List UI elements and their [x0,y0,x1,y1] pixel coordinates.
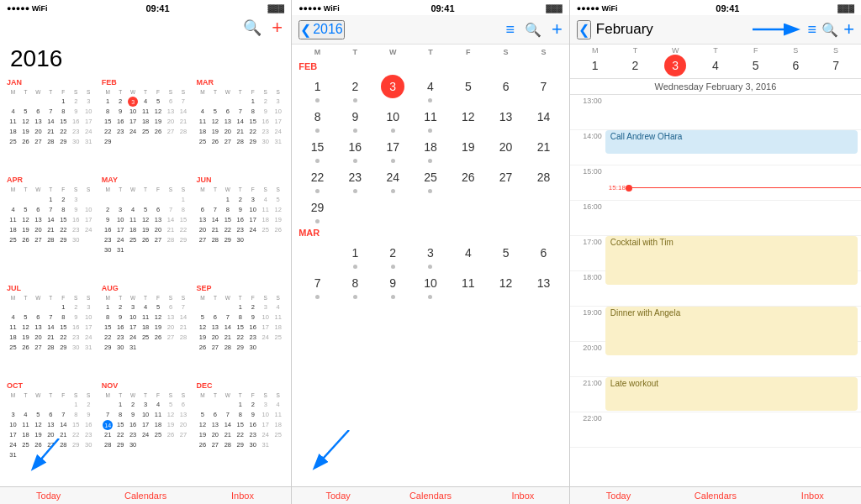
day-cell[interactable]: 7 [298,270,336,300]
day-cell[interactable]: 6 [487,73,525,103]
day-cell[interactable]: 9 [336,103,374,134]
day-cell[interactable]: 4 [449,239,487,270]
month-block-sep[interactable]: SEPMTWTFSS123456789101112131415161718192… [193,281,288,379]
day-cell[interactable] [525,194,563,224]
timeline[interactable]: 13:0014:00Call Andrew OHara15:0015:1816:… [570,95,861,486]
day-cell[interactable]: 5 [449,73,487,103]
back-year-button[interactable]: ❮ 2016 [298,20,345,39]
tab-calendars-2[interactable]: Calendars [384,491,477,501]
day-cell[interactable]: 15 [298,134,336,164]
day-cell[interactable] [298,239,336,270]
day-cell[interactable]: 10 [412,270,450,300]
day-cell[interactable]: 12 [449,103,487,134]
event-block-1[interactable]: Call Andrew OHara [605,130,858,154]
day-cell[interactable] [374,194,412,224]
day-cell[interactable]: 20 [487,134,525,164]
day-num: 28 [531,165,555,189]
tab-inbox-2[interactable]: Inbox [477,491,569,501]
search-button-3[interactable]: 🔍 [821,22,838,38]
search-button-1[interactable]: 🔍 [243,18,261,37]
week-col-0[interactable]: M1 [575,46,615,76]
week-col-3[interactable]: T4 [695,46,736,76]
add-button-1[interactable]: + [272,17,283,39]
event-block-8[interactable]: Late workout [605,377,858,411]
month-block-apr[interactable]: APRMTWTFSS123456789101112131415161718192… [3,173,98,281]
day-cell[interactable]: 10 [374,103,412,134]
search-button-2[interactable]: 🔍 [525,22,541,38]
day-cell[interactable]: 26 [449,164,487,194]
day-cell[interactable]: 7 [525,73,563,103]
day-cell[interactable] [336,194,374,224]
month-block-dec[interactable]: DECMTWTFSS123456789101112131415161718192… [193,379,288,486]
day-cell[interactable]: 29 [298,194,336,224]
time-row-1: 14:00Call Andrew OHara [570,130,861,165]
month-block-jul[interactable]: JULMTWTFSS123456789101112131415161718192… [3,281,98,379]
day-cell[interactable]: 3 [412,239,450,270]
day-cell[interactable]: 13 [487,103,525,134]
day-cell[interactable]: 21 [525,134,563,164]
day-cell[interactable]: 2 [374,239,412,270]
tab-calendars-1[interactable]: Calendars [97,491,193,501]
day-cell[interactable] [449,194,487,224]
day-header-F: F [449,46,487,58]
month-block-feb[interactable]: FEBMTWTFSS123456789101112131415161718192… [98,76,193,173]
tab-today-1[interactable]: Today [0,491,97,501]
month-block-oct[interactable]: OCTMTWTFSS123456789101112131415161718192… [3,379,98,486]
tab-today-3[interactable]: Today [570,491,667,501]
day-cell[interactable]: 9 [374,270,412,300]
day-cell[interactable]: 11 [449,270,487,300]
day-cell[interactable]: 8 [298,103,336,134]
day-cell[interactable]: 27 [487,164,525,194]
tab-inbox-3[interactable]: Inbox [764,491,861,501]
week-col-1[interactable]: T2 [615,46,656,76]
day-cell[interactable] [412,194,450,224]
week-col-5[interactable]: S6 [776,46,816,76]
tab-bar-2: Today Calendars Inbox [292,486,569,504]
week-row: 29 [292,194,569,224]
month-block-may[interactable]: MAYMTWTFSS123456789101112131415161718192… [98,173,193,281]
day-cell[interactable]: 25 [412,164,450,194]
day-cell[interactable]: 23 [336,164,374,194]
day-cell[interactable]: 12 [487,270,525,300]
month-block-nov[interactable]: NOVMTWTFSS123456789101112131415161718192… [98,379,193,486]
month-title-3: February [596,21,747,38]
week-col-2[interactable]: W3 [655,46,695,76]
tab-inbox-1[interactable]: Inbox [194,491,291,501]
battery-2: ▓▓▓ [546,4,563,13]
month-body[interactable]: FEB1234567891011121314151617181920212223… [292,58,569,486]
day-cell[interactable]: 24 [374,164,412,194]
month-block-aug[interactable]: AUGMTWTFSS123456789101112131415161718192… [98,281,193,379]
day-cell[interactable]: 22 [298,164,336,194]
tab-today-2[interactable]: Today [292,491,384,501]
day-cell[interactable]: 3 [374,73,412,103]
add-button-2[interactable]: + [552,18,563,40]
add-button-3[interactable]: + [843,18,854,40]
day-cell[interactable]: 18 [412,134,450,164]
list-view-button[interactable]: ≡ [505,21,515,39]
week-col-4[interactable]: F5 [736,46,776,76]
tab-calendars-3[interactable]: Calendars [667,491,763,501]
day-cell[interactable]: 16 [336,134,374,164]
day-cell[interactable]: 11 [412,103,450,134]
week-day-label-0: M [575,46,615,55]
list-view-button-3[interactable]: ≡ [808,21,817,39]
day-cell[interactable]: 8 [336,270,374,300]
day-cell[interactable]: 6 [525,239,563,270]
day-cell[interactable]: 4 [412,73,450,103]
month-block-jun[interactable]: JUNMTWTFSS123456789101112131415161718192… [193,173,288,281]
day-cell[interactable]: 13 [525,270,563,300]
day-cell[interactable]: 19 [449,134,487,164]
day-cell[interactable]: 1 [336,239,374,270]
month-block-jan[interactable]: JANMTWTFSS123456789101112131415161718192… [3,76,98,173]
day-cell[interactable]: 1 [298,73,336,103]
back-month-button[interactable]: ❮ [577,20,591,39]
day-cell[interactable]: 14 [525,103,563,134]
time-content-3 [605,201,861,236]
day-cell[interactable]: 28 [525,164,563,194]
month-block-mar[interactable]: MARMTWTFSS123456789101112131415161718192… [193,76,288,173]
day-cell[interactable]: 5 [487,239,525,270]
week-col-6[interactable]: S7 [816,46,856,76]
day-cell[interactable] [487,194,525,224]
day-cell[interactable]: 2 [336,73,374,103]
day-cell[interactable]: 17 [374,134,412,164]
